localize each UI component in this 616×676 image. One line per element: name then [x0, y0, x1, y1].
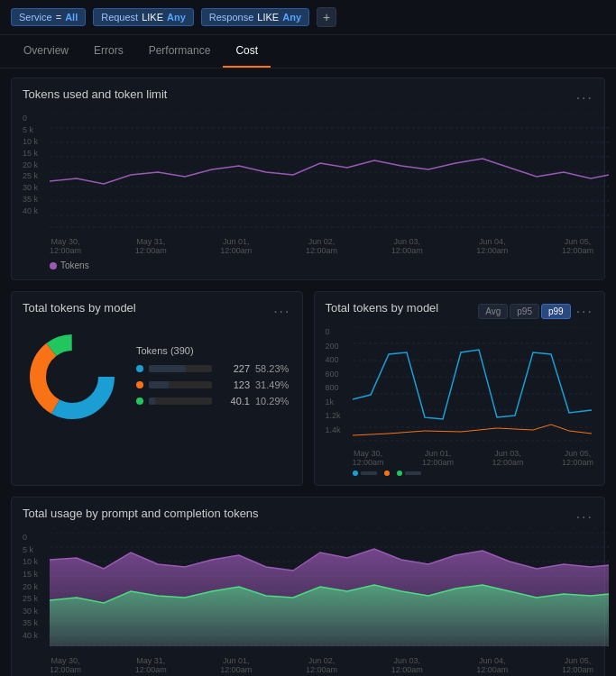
token-table: Tokens (390) 227 58.23%	[136, 345, 291, 412]
token-line	[50, 159, 609, 184]
token-bar-bg-1	[149, 365, 212, 372]
bottom-chart-svg	[50, 533, 609, 650]
bottom-chart-title: Total usage by prompt and completion tok…	[23, 507, 259, 520]
token-chart-x-labels: May 30,12:00am May 31,12:00am Jun 01,12:…	[50, 237, 593, 255]
mini-legend-3	[397, 470, 421, 476]
bottom-chart-y-labels: 40 k 35 k 30 k 25 k 20 k 15 k 10 k 5 k 0	[23, 533, 48, 640]
filter-response[interactable]: Response LIKE Any	[201, 8, 309, 26]
btn-avg[interactable]: Avg	[478, 304, 508, 319]
bottom-chart-menu[interactable]: ···	[576, 509, 593, 525]
token-dot-3	[136, 397, 143, 405]
right-chart-svg	[353, 327, 592, 444]
token-row-3: 40.1 10.29%	[136, 396, 291, 407]
right-line-orange	[353, 425, 592, 435]
token-row-1: 227 58.23%	[136, 363, 291, 374]
bottom-chart-svg-wrap	[50, 533, 593, 653]
right-chart-panel: Total tokens by model Avg p95 p99 ··· 1.…	[314, 291, 606, 486]
filter-request-label: Request	[101, 12, 138, 23]
mini-legend-bar-1	[361, 471, 377, 475]
chart-btn-group: Avg p95 p99	[478, 304, 570, 319]
donut-panel-menu[interactable]: ···	[273, 304, 290, 320]
tab-cost[interactable]: Cost	[223, 35, 271, 68]
nav-tabs: Overview Errors Performance Cost	[0, 35, 616, 69]
filter-response-label: Response	[209, 12, 254, 23]
donut-center	[49, 353, 96, 400]
token-row-2: 123 31.49%	[136, 379, 291, 390]
filter-service-label: Service	[19, 12, 52, 23]
token-bar-fill-1	[149, 365, 186, 372]
token-dot-1	[136, 365, 143, 372]
right-chart-svg-wrap	[353, 327, 594, 447]
mini-legend-dot-2	[384, 470, 390, 476]
token-chart-panel: Tokens used and token limit ··· 40 k 35 …	[11, 78, 605, 280]
right-chart-title: Total tokens by model	[326, 301, 439, 315]
token-chart-svg-wrap	[50, 114, 593, 233]
donut-panel-header: Total tokens by model ···	[23, 301, 291, 322]
donut-panel: Total tokens by model ···	[11, 291, 303, 486]
token-chart-y-labels: 40 k 35 k 30 k 25 k 20 k 15 k 10 k 5 k 0	[23, 114, 48, 215]
main-content: Tokens used and token limit ··· 40 k 35 …	[0, 69, 616, 676]
donut-svg	[23, 327, 122, 426]
right-chart-legend	[353, 470, 594, 476]
bottom-chart-area: 40 k 35 k 30 k 25 k 20 k 15 k 10 k 5 k 0	[23, 533, 593, 653]
tab-errors[interactable]: Errors	[81, 35, 136, 68]
right-chart-y-labels: 1.4k 1.2k 1k 800 600 400 200 0	[326, 327, 351, 434]
legend-tokens-dot	[50, 262, 57, 269]
btn-p95[interactable]: p95	[510, 304, 539, 319]
legend-tokens-label: Tokens	[60, 260, 89, 270]
bottom-chart-header: Total usage by prompt and completion tok…	[23, 507, 593, 527]
token-bar-fill-3	[149, 397, 155, 405]
bottom-chart-panel: Total usage by prompt and completion tok…	[11, 497, 605, 676]
token-chart-area: 40 k 35 k 30 k 25 k 20 k 15 k 10 k 5 k 0	[23, 114, 593, 233]
mini-legend-1	[353, 470, 377, 476]
right-chart-x-labels: May 30,12:00am Jun 01,12:00am Jun 03,12:…	[353, 449, 594, 467]
token-pct-1: 58.23%	[255, 363, 289, 374]
token-bar-fill-2	[149, 381, 169, 388]
token-num-2: 123	[217, 379, 250, 390]
bottom-chart-x-labels: May 30,12:00am May 31,12:00am Jun 01,12:…	[50, 656, 593, 674]
token-chart-menu[interactable]: ···	[576, 90, 593, 106]
right-chart-menu[interactable]: ···	[576, 304, 593, 320]
mini-legend-dot-3	[397, 470, 402, 476]
filter-service[interactable]: Service = All	[11, 8, 86, 26]
token-chart-header: Tokens used and token limit ···	[23, 87, 593, 108]
mini-legend-dot-1	[353, 470, 358, 476]
token-chart-title: Tokens used and token limit	[23, 87, 167, 101]
right-chart-area: 1.4k 1.2k 1k 800 600 400 200 0	[326, 327, 594, 447]
right-chart-controls: Avg p95 p99 ···	[478, 304, 593, 320]
mini-legend-2	[384, 470, 390, 476]
token-bar-bg-2	[149, 381, 212, 388]
token-chart-svg	[50, 114, 609, 231]
token-chart-legend: Tokens	[50, 260, 593, 270]
right-chart-header: Total tokens by model Avg p95 p99 ···	[326, 301, 594, 322]
token-pct-2: 31.49%	[255, 379, 289, 390]
token-num-1: 227	[217, 363, 250, 374]
top-bar: Service = All Request LIKE Any Response …	[0, 0, 616, 35]
tab-performance[interactable]: Performance	[136, 35, 224, 68]
donut-panel-title: Total tokens by model	[23, 301, 136, 315]
token-num-3: 40.1	[217, 396, 250, 407]
btn-p99[interactable]: p99	[541, 304, 571, 319]
two-col-row: Total tokens by model ···	[11, 291, 605, 486]
add-filter-button[interactable]: +	[317, 7, 336, 27]
token-bar-bg-3	[149, 397, 212, 405]
donut-wrap	[23, 327, 122, 429]
token-table-subtitle: Tokens (390)	[136, 345, 291, 356]
tab-overview[interactable]: Overview	[11, 35, 81, 68]
token-pct-3: 10.29%	[255, 396, 289, 407]
token-dot-2	[136, 381, 143, 388]
donut-row: Tokens (390) 227 58.23%	[23, 327, 291, 429]
mini-legend-bar-3	[405, 471, 421, 475]
legend-tokens: Tokens	[50, 260, 89, 270]
filter-request[interactable]: Request LIKE Any	[93, 8, 194, 26]
